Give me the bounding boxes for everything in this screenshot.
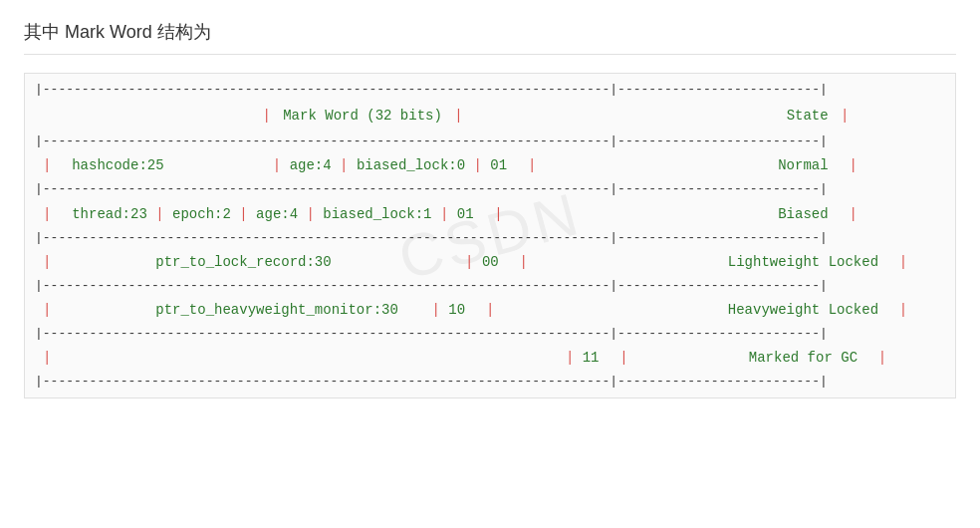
row-biased-right: Biased |: [690, 200, 945, 228]
dash-row-3: |---------------------------------------…: [35, 228, 945, 248]
mark-word-table: |---------------------------------------…: [35, 80, 945, 392]
header-state: State: [787, 108, 829, 124]
dash-line: |---------------------------------------…: [35, 80, 945, 100]
dash-row-1: |---------------------------------------…: [35, 132, 945, 151]
header-mark-word: Mark Word (32 bits): [283, 108, 442, 124]
dash-line: |---------------------------------------…: [35, 276, 945, 296]
dash-line: |---------------------------------------…: [35, 324, 945, 344]
dash-line: |---------------------------------------…: [35, 179, 945, 199]
dash-line: |---------------------------------------…: [35, 228, 945, 248]
row-gc-right: Marked for GC |: [690, 344, 945, 372]
header-row: | Mark Word (32 bits) | State |: [35, 100, 945, 132]
pipe-icon: |: [837, 108, 849, 124]
row-gc-left: | | 11 |: [35, 344, 690, 372]
row-normal-left: | hashcode:25 | age:4 | biased_lock:0 | …: [35, 151, 690, 179]
pipe-icon: |: [262, 108, 274, 124]
table-row-normal: | hashcode:25 | age:4 | biased_lock:0 | …: [35, 151, 945, 179]
row-biased-left: | thread:23 | epoch:2 | age:4 | biased_l…: [35, 200, 690, 228]
pipe-icon: |: [450, 108, 462, 124]
dash-row-2: |---------------------------------------…: [35, 179, 945, 199]
row-heavyweight-right: Heavyweight Locked |: [690, 296, 945, 324]
table-row-heavyweight: | ptr_to_heavyweight_monitor:30 | 10 | H…: [35, 296, 945, 324]
row-normal-right: Normal |: [690, 151, 945, 179]
table-wrapper: CSDN |----------------------------------…: [24, 73, 956, 398]
dash-row-4: |---------------------------------------…: [35, 276, 945, 296]
row-heavyweight-left: | ptr_to_heavyweight_monitor:30 | 10 |: [35, 296, 690, 324]
table-row-lightweight: | ptr_to_lock_record:30 | 00 | Lightweig…: [35, 248, 945, 276]
dash-row-top: |---------------------------------------…: [35, 80, 945, 100]
page-title: 其中 Mark Word 结构为: [24, 20, 956, 55]
row-lightweight-left: | ptr_to_lock_record:30 | 00 |: [35, 248, 690, 276]
dash-row-5: |---------------------------------------…: [35, 324, 945, 344]
table-row-biased: | thread:23 | epoch:2 | age:4 | biased_l…: [35, 200, 945, 228]
dash-line: |---------------------------------------…: [35, 132, 945, 151]
row-lightweight-right: Lightweight Locked |: [690, 248, 945, 276]
header-left: | Mark Word (32 bits) |: [35, 100, 690, 132]
dash-row-bottom: |---------------------------------------…: [35, 372, 945, 392]
dash-line: |---------------------------------------…: [35, 372, 945, 392]
header-right: State |: [690, 100, 945, 132]
dash-content: |---------------------------------------…: [35, 82, 828, 97]
table-row-gc: | | 11 | Marked for GC |: [35, 344, 945, 372]
